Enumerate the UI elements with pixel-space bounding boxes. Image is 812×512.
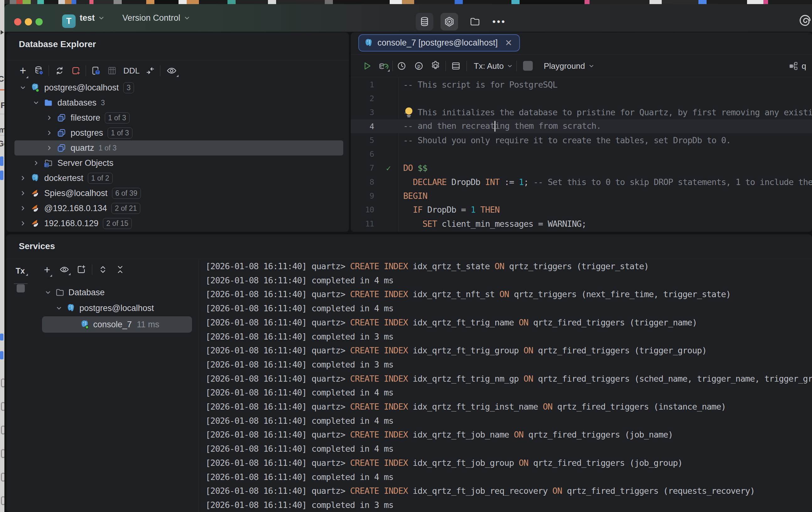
database-tool-button[interactable]: [416, 13, 433, 30]
project-menu[interactable]: test: [80, 4, 105, 32]
add-service-button[interactable]: +: [40, 263, 54, 276]
count-badge: 6 of 39: [112, 188, 141, 199]
code-line-2[interactable]: 2: [351, 91, 812, 105]
line-number: 4: [351, 122, 378, 131]
desktop-menubar-sliver: [0, 0, 812, 4]
disconnect-button[interactable]: [69, 64, 83, 78]
chevron-down-icon[interactable]: [43, 289, 53, 296]
code-line-6[interactable]: 6: [351, 147, 812, 161]
tx-filter-button[interactable]: Tx: [16, 266, 25, 275]
services-side-toolbar: Tx: [6, 259, 38, 512]
code-editor[interactable]: 1-- This script is for PostgreSQL23-- Th…: [351, 78, 812, 232]
folder-gray-icon: [55, 288, 65, 297]
jump-to-console-button[interactable]: [143, 64, 157, 78]
folder-blue-icon: [43, 98, 53, 108]
intention-bulb-icon[interactable]: [404, 106, 414, 119]
tab-console-7[interactable]: console_7 [postgres@localhost] ✕: [358, 34, 520, 52]
code-line-8[interactable]: 8 DECLARE DropDb INT := 1; -- Set this t…: [351, 175, 812, 189]
settings-button[interactable]: [429, 59, 442, 73]
tree-item-server-objects[interactable]: Server Objects: [6, 156, 349, 170]
code-line-4[interactable]: 4-- and then recreating them from scratc…: [351, 119, 812, 133]
code-line-11[interactable]: 11 SET client_min_messages = WARNING;: [351, 217, 812, 231]
tx-mode-dropdown[interactable]: Tx: Auto: [474, 59, 513, 73]
code-line-1[interactable]: 1-- This script is for PostgreSQL: [351, 78, 812, 91]
table-view-button[interactable]: [105, 64, 119, 78]
eye-icon: [59, 265, 69, 274]
tree-item-dockertest[interactable]: dockertest1 of 2: [6, 170, 349, 186]
datasource-properties-button[interactable]: [32, 64, 46, 78]
submenu-wedge-icon: [26, 274, 28, 276]
background-doc-icon: [1, 496, 4, 505]
execute-script-button[interactable]: [377, 59, 390, 73]
ddl-button[interactable]: DDL: [122, 64, 141, 78]
chevron-right-icon[interactable]: [18, 189, 28, 197]
chevron-right-icon[interactable]: [45, 114, 54, 122]
minimize-window-button[interactable]: [25, 18, 32, 25]
tree-item-databases[interactable]: databases3: [6, 95, 349, 110]
close-icon[interactable]: ✕: [505, 38, 512, 48]
schema-switcher-button[interactable]: [786, 59, 800, 73]
maximize-window-button[interactable]: [35, 18, 43, 25]
tree-item--192-168-0-134[interactable]: @192.168.0.1342 of 21: [6, 201, 349, 216]
refresh-button[interactable]: [53, 64, 66, 78]
more-tools-button[interactable]: •••: [490, 13, 508, 30]
code-line-5[interactable]: 5-- Should you only require it to create…: [351, 133, 812, 147]
divider: [351, 54, 812, 55]
chevron-down-icon[interactable]: [18, 84, 28, 91]
tree-item-192-168-0-129[interactable]: 192.168.0.1292 of 15: [6, 216, 349, 231]
tree-item-quartz[interactable]: quartz1 of 3: [14, 140, 343, 156]
code-line-7[interactable]: 7✓DO $$: [351, 161, 812, 175]
open-in-new-tab-button[interactable]: [75, 263, 88, 276]
expand-all-button[interactable]: [96, 263, 110, 276]
parameters-button[interactable]: p: [412, 59, 426, 73]
chevron-down-icon[interactable]: [31, 99, 41, 106]
tree-item-postgres[interactable]: postgres1 of 3: [6, 125, 349, 140]
code-text: DECLARE DropDb INT := 1; -- Set this to …: [399, 177, 812, 187]
services-panel: Services Tx +: [6, 234, 812, 512]
chevron-right-icon[interactable]: [45, 144, 54, 152]
code-text: SET client_min_messages = WARNING;: [399, 219, 812, 229]
collapse-all-button[interactable]: [113, 263, 127, 276]
playground-dropdown[interactable]: Playground: [544, 59, 594, 73]
chevron-right-icon[interactable]: [18, 205, 28, 212]
tree-item-spies-localhost[interactable]: Spies@localhost6 of 39: [6, 186, 349, 201]
project-avatar[interactable]: T: [62, 15, 76, 28]
view-options-button[interactable]: [57, 263, 71, 276]
close-window-button[interactable]: [14, 18, 21, 25]
code-line-3[interactable]: 3-- This initializes the database to pri…: [351, 106, 812, 119]
clock-icon: [397, 61, 407, 71]
chevron-right-icon[interactable]: [18, 220, 28, 227]
version-control-menu[interactable]: Version Control: [122, 4, 191, 32]
line-number: 10: [351, 205, 378, 214]
in-editor-results-button[interactable]: [449, 59, 463, 73]
stop-service-button[interactable]: [17, 284, 25, 292]
chevron-right-icon[interactable]: [31, 159, 41, 167]
add-datasource-button[interactable]: +: [16, 64, 30, 78]
tree-item-postgres-localhost[interactable]: postgres@localhost3: [6, 80, 349, 95]
history-button[interactable]: [395, 59, 408, 73]
view-options-button[interactable]: [165, 64, 178, 78]
assistant-button[interactable]: [796, 11, 812, 29]
line-number: 3: [351, 108, 378, 117]
console-log-output[interactable]: [2026-01-08 16:11:40] quartz> CREATE IND…: [205, 259, 812, 512]
services-item-postgres-localhost[interactable]: postgres@localhost: [54, 300, 154, 316]
chevron-right-icon[interactable]: [18, 174, 28, 182]
chevron-down-icon[interactable]: [54, 304, 64, 312]
toolbar-separator: [393, 61, 393, 71]
project-files-button[interactable]: [466, 13, 484, 30]
schema-name-partial[interactable]: q: [802, 59, 806, 73]
count-badge: 2 of 21: [111, 203, 140, 214]
code-line-9[interactable]: 9BEGIN: [351, 189, 812, 203]
run-tool-button[interactable]: [440, 13, 458, 30]
background-text-fragment: Ge: [0, 139, 4, 149]
code-line-10[interactable]: 10 IF DropDb = 1 THEN: [351, 203, 812, 217]
chevron-right-icon[interactable]: [45, 129, 54, 137]
desktop-window-sliver: Co F m Ge: [0, 0, 4, 512]
parameter-icon: p: [414, 61, 424, 71]
attach-console-button[interactable]: [89, 64, 103, 78]
services-item-database[interactable]: Database: [43, 285, 105, 300]
run-button[interactable]: [360, 59, 374, 73]
tree-item-filestore[interactable]: filestore1 of 3: [6, 110, 349, 125]
services-item-console-7[interactable]: console_711 ms: [42, 316, 192, 333]
stop-button[interactable]: [523, 61, 533, 71]
